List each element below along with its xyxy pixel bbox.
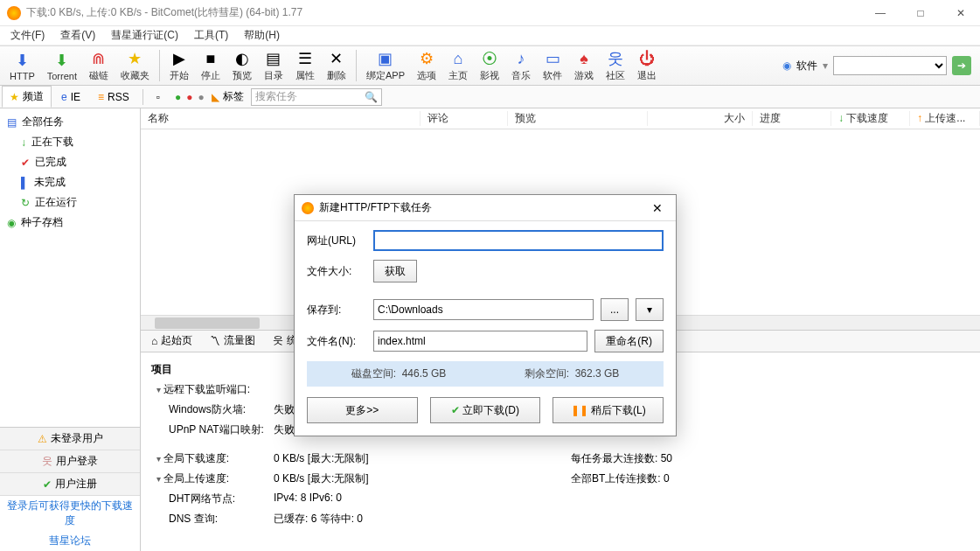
tags-label[interactable]: 标签 — [223, 89, 244, 104]
toolbar-soft[interactable]: ▭软件 — [537, 47, 568, 84]
toolbar-fav[interactable]: ★收藏夹 — [115, 47, 156, 84]
toolbar-comm[interactable]: 웃社区 — [600, 47, 631, 84]
url-input[interactable] — [373, 230, 664, 251]
menu-item[interactable]: 文件(F) — [3, 26, 52, 45]
toolbar-http[interactable]: ⬇HTTP — [3, 47, 41, 84]
tab-rss[interactable]: ≡RSS — [90, 86, 137, 108]
get-size-button[interactable]: 获取 — [373, 260, 417, 282]
dialog-close-button[interactable]: ✕ — [646, 201, 669, 215]
tab-channel[interactable]: ★频道 — [2, 86, 52, 108]
maximize-button[interactable]: □ — [908, 3, 933, 23]
col-size[interactable]: 大小 — [648, 111, 753, 126]
toolbar-del[interactable]: ✕删除 — [321, 47, 352, 84]
toolbar-home[interactable]: ⌂主页 — [442, 47, 474, 84]
toolbar-app[interactable]: ▣绑定APP — [360, 47, 411, 84]
btab-start[interactable]: ⌂起始页 — [144, 331, 199, 351]
disk-space-bar: 磁盘空间: 446.5 GB 剩余空间: 362.3 GB — [307, 361, 664, 387]
tree-all[interactable]: ▤全部任务 — [2, 112, 138, 132]
go-button[interactable]: ➔ — [952, 56, 971, 75]
dialog-icon — [302, 202, 314, 214]
search-icon[interactable]: 🔍 — [365, 91, 378, 103]
saveto-input[interactable] — [373, 299, 594, 320]
col-preview[interactable]: 预览 — [508, 111, 648, 126]
toolbar-start[interactable]: ▶开始 — [163, 47, 195, 84]
size-label: 文件大小: — [307, 264, 366, 279]
col-progress[interactable]: 进度 — [753, 111, 831, 126]
minimize-button[interactable]: — — [868, 3, 893, 23]
tree-done[interactable]: ✔已完成 — [2, 152, 138, 172]
browse-button[interactable]: ... — [601, 298, 629, 321]
toolbar-prop[interactable]: ☰属性 — [289, 47, 321, 84]
new-download-dialog: 新建HTTP/FTP下载任务 ✕ 网址(URL) 文件大小: 获取 保存到: .… — [294, 194, 677, 436]
menu-item[interactable]: 查看(V) — [53, 26, 102, 45]
url-label: 网址(URL) — [307, 234, 366, 248]
toolbar-video[interactable]: ⦿影视 — [474, 47, 505, 84]
download-now-button[interactable]: ✔ 立即下载(D) — [430, 397, 541, 423]
tree-downloading[interactable]: ↓正在下载 — [2, 132, 138, 152]
dialog-title: 新建HTTP/FTP下载任务 — [319, 200, 432, 215]
saveto-label: 保存到: — [307, 303, 366, 317]
toolbar-list[interactable]: ▤目录 — [258, 47, 289, 84]
toolbar-preview[interactable]: ◐预览 — [226, 47, 258, 84]
more-button[interactable]: 更多>> — [307, 397, 418, 423]
toolbar-exit[interactable]: ⏻退出 — [631, 47, 663, 84]
filename-label: 文件名(N): — [307, 334, 366, 349]
saveto-menu-button[interactable]: ▾ — [636, 298, 664, 321]
toolbar-magnet[interactable]: ⋒磁链 — [83, 47, 115, 84]
login-button[interactable]: 웃用户登录 — [0, 450, 140, 473]
tree-seeds[interactable]: ◉种子存档 — [2, 213, 138, 233]
search-placeholder: 搜索任务 — [255, 89, 297, 104]
soft-select[interactable] — [833, 56, 947, 75]
app-icon — [7, 6, 21, 20]
col-name[interactable]: 名称 — [141, 111, 420, 126]
col-ulspeed[interactable]: ↑ 上传速... — [910, 111, 980, 126]
col-dlspeed[interactable]: ↓ 下载速度 — [831, 111, 910, 126]
register-button[interactable]: ✔用户注册 — [0, 473, 140, 496]
soft-label: 软件 — [796, 59, 817, 73]
speed-link[interactable]: 登录后可获得更快的下载速度 — [0, 496, 140, 531]
tree-running[interactable]: ↻正在运行 — [2, 192, 138, 213]
filename-input[interactable] — [373, 331, 587, 352]
rename-button[interactable]: 重命名(R) — [594, 330, 664, 352]
col-comment[interactable]: 评论 — [420, 111, 508, 126]
menu-item[interactable]: 彗星通行证(C) — [104, 26, 185, 45]
tree-notdone[interactable]: ▌未完成 — [2, 172, 138, 192]
detail-heading: 项目 — [151, 362, 172, 377]
toolbar-game[interactable]: ♠游戏 — [568, 47, 600, 84]
toolbar-stop[interactable]: ■停止 — [195, 47, 226, 84]
search-input[interactable]: 搜索任务 — [251, 88, 382, 106]
tab-ie[interactable]: eIE — [53, 86, 88, 108]
menu-item[interactable]: 帮助(H) — [237, 26, 287, 45]
close-button[interactable]: ✕ — [949, 3, 973, 23]
forum-link[interactable]: 彗星论坛 — [0, 531, 140, 551]
title-text: 下载:0 KB/s, 上传:0 KB/s - BitComet(比特彗星) (6… — [26, 5, 868, 20]
toolbar-opts[interactable]: ⚙选项 — [411, 47, 442, 84]
btab-flow[interactable]: 〽流量图 — [203, 331, 262, 351]
toolbar-torrent[interactable]: ⬇Torrent — [41, 47, 83, 84]
new-tab-btn[interactable]: ▫ — [149, 87, 168, 107]
not-logged-row: ⚠未登录用户 — [0, 428, 140, 450]
toolbar-music[interactable]: ♪音乐 — [505, 47, 537, 84]
download-later-button[interactable]: ❚❚ 稍后下载(L) — [553, 397, 664, 423]
menu-item[interactable]: 工具(T) — [187, 26, 235, 45]
